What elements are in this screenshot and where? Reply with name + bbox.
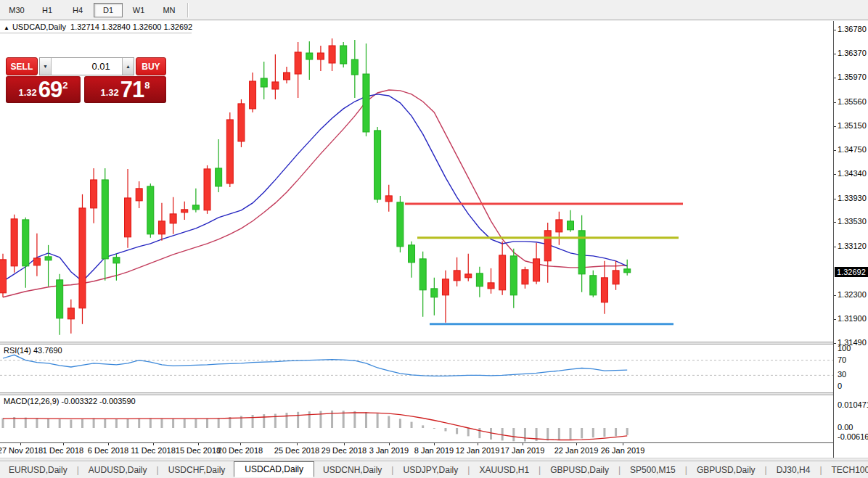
axis-tick — [834, 222, 836, 223]
mt4-window: { "toolbar": {"timeframes": [ {"label":"… — [0, 0, 868, 478]
tab-gbpusd-daily[interactable]: GBPUSD,Daily — [688, 463, 764, 477]
time-axis-tick — [478, 443, 478, 445]
time-axis-tick — [576, 443, 577, 445]
rsi-axis-label: 0 — [838, 382, 842, 390]
time-axis[interactable]: 27 Nov 20181 Dec 20186 Dec 201811 Dec 20… — [0, 442, 833, 458]
time-axis-tick — [240, 443, 241, 445]
symbol-tabbar: EURUSD,Daily|AUDUSD,Daily|USDCHF,DailyUS… — [0, 461, 868, 478]
time-axis-label: 27 Nov 2018 — [0, 446, 43, 455]
tab-gbpusd-daily[interactable]: GBPUSD,Daily — [541, 463, 618, 477]
macd-panel: MACD(12,26,9) -0.003322 -0.003590 — [0, 395, 834, 442]
time-axis-label: 15 Dec 2018 — [176, 446, 221, 455]
tab-usdjpy-daily[interactable]: USDJPY,Daily — [394, 463, 467, 477]
axis-tick — [834, 174, 836, 175]
time-axis-label: 22 Jan 2019 — [554, 446, 599, 455]
collapse-panel-icon[interactable]: ▲ — [4, 25, 9, 31]
buy-price-sup: 8 — [144, 80, 150, 91]
tab-audusd-daily[interactable]: AUDUSD,Daily — [80, 463, 156, 477]
tab-sp500-m15[interactable]: SP500,M15 — [621, 463, 684, 477]
buy-button[interactable]: BUY — [136, 57, 166, 75]
time-axis-label: 25 Dec 2018 — [274, 446, 319, 455]
axis-tick — [834, 295, 836, 296]
price-axis-label: 1.32300 — [838, 290, 867, 299]
macd-axis-label: 0.00 — [838, 423, 853, 432]
time-axis-label: 1 Dec 2018 — [43, 446, 83, 455]
buy-price-big: 71 — [120, 77, 144, 103]
tab-usdcad-daily[interactable]: USDCAD,Daily — [234, 461, 314, 477]
time-axis-tick — [20, 443, 21, 445]
timeframe-button-mn[interactable]: MN — [155, 3, 184, 17]
time-axis-label: 12 Jan 2019 — [456, 446, 500, 455]
time-axis-label: 8 Jan 2019 — [414, 446, 454, 455]
time-axis-label: 17 Jan 2019 — [501, 446, 545, 455]
price-axis-label: 1.35150 — [838, 121, 867, 130]
timeframe-button-h1[interactable]: H1 — [33, 3, 62, 17]
price-axis-label: 1.31900 — [838, 314, 867, 323]
macd-axis-label: 0.010471 — [838, 400, 868, 409]
rsi-label: RSI(14) 43.7690 — [4, 346, 62, 355]
time-axis-label: 26 Jan 2019 — [601, 446, 645, 455]
time-axis-tick — [434, 443, 435, 445]
axis-tick — [834, 319, 836, 320]
time-axis-label: 6 Dec 2018 — [88, 446, 128, 455]
header-divider — [0, 33, 192, 33]
sell-price-prefix: 1.32 — [18, 87, 36, 98]
timeframe-button-w1[interactable]: W1 — [124, 3, 153, 17]
price-axis-label: 1.33530 — [838, 217, 867, 226]
time-axis-tick — [108, 443, 109, 445]
axis-tick — [834, 78, 836, 78]
tab-usdchf-daily[interactable]: USDCHF,Daily — [160, 463, 234, 477]
price-axis-label: 1.35970 — [838, 73, 867, 81]
time-axis-label: 3 Jan 2019 — [369, 446, 409, 455]
axis-tick — [834, 150, 836, 151]
volume-increase-icon[interactable]: ▲ — [122, 58, 134, 75]
tab-dj30-h4[interactable]: DJ30,H4 — [768, 463, 819, 477]
axis-tick — [834, 126, 836, 127]
sell-price-sup: 2 — [62, 80, 67, 91]
price-axis-label: 1.34750 — [838, 145, 867, 154]
axis-tick — [834, 30, 836, 30]
chart-ohlc-values: 1.32714 1.32840 1.32600 1.32692 — [70, 22, 192, 31]
axis-tick — [834, 343, 836, 344]
price-axis[interactable]: 1.367801.363701.359701.355601.351501.347… — [833, 21, 868, 458]
price-chart-panel: ▲USDCAD,Daily 1.32714 1.32840 1.32600 1.… — [0, 21, 834, 342]
one-click-trade-panel: SELL ▼ ▲ BUY 1.32 69 2 1.32 71 8 — [6, 57, 166, 103]
rsi-axis-label: 30 — [838, 370, 846, 379]
price-axis-label: 1.36780 — [838, 25, 867, 33]
tab-usdcnh-daily[interactable]: USDCNH,Daily — [314, 463, 390, 477]
time-axis-tick — [623, 443, 623, 445]
time-axis-tick — [389, 443, 390, 445]
time-axis-label: 29 Dec 2018 — [322, 446, 367, 455]
rsi-chart[interactable] — [0, 345, 834, 392]
time-axis-tick — [153, 443, 154, 445]
macd-label: MACD(12,26,9) -0.003322 -0.003590 — [4, 397, 136, 405]
axis-tick — [834, 247, 836, 247]
price-axis-label: 1.34340 — [838, 169, 867, 178]
buy-price-prefix: 1.32 — [100, 87, 118, 98]
volume-decrease-icon[interactable]: ▼ — [40, 58, 52, 75]
tab-tech100-h1[interactable]: TECH100,H1 — [823, 463, 868, 477]
time-axis-tick — [198, 443, 199, 445]
tab-eurusd-daily[interactable]: EURUSD,Daily — [0, 463, 76, 477]
rsi-axis-label: 70 — [838, 355, 846, 364]
volume-input[interactable] — [52, 58, 122, 75]
timeframe-button-h4[interactable]: H4 — [63, 3, 92, 17]
toolbar-separator — [187, 3, 189, 17]
tab-xauusd-h1[interactable]: XAUUSD,H1 — [470, 463, 538, 477]
price-axis-label: 1.33930 — [838, 194, 867, 202]
price-axis-label: 1.35560 — [838, 97, 867, 106]
buy-price-display[interactable]: 1.32 71 8 — [84, 76, 166, 103]
sell-price-display[interactable]: 1.32 69 2 — [6, 76, 81, 103]
volume-stepper: ▼ ▲ — [39, 57, 134, 75]
sell-button[interactable]: SELL — [6, 57, 38, 75]
time-axis-tick — [297, 443, 298, 445]
sell-price-big: 69 — [38, 77, 62, 103]
timeframe-button-m30[interactable]: M30 — [2, 3, 31, 17]
macd-axis-label: -0.006164 — [838, 432, 868, 441]
time-axis-tick — [523, 443, 523, 445]
rsi-panel: RSI(14) 43.7690 — [0, 345, 834, 392]
chart-symbol-label: USDCAD,Daily — [12, 22, 66, 31]
current-price-marker: 1.32692 — [835, 267, 868, 277]
timeframe-button-d1[interactable]: D1 — [94, 3, 123, 17]
timeframe-toolbar: M30H1H4D1W1MN — [0, 0, 868, 20]
